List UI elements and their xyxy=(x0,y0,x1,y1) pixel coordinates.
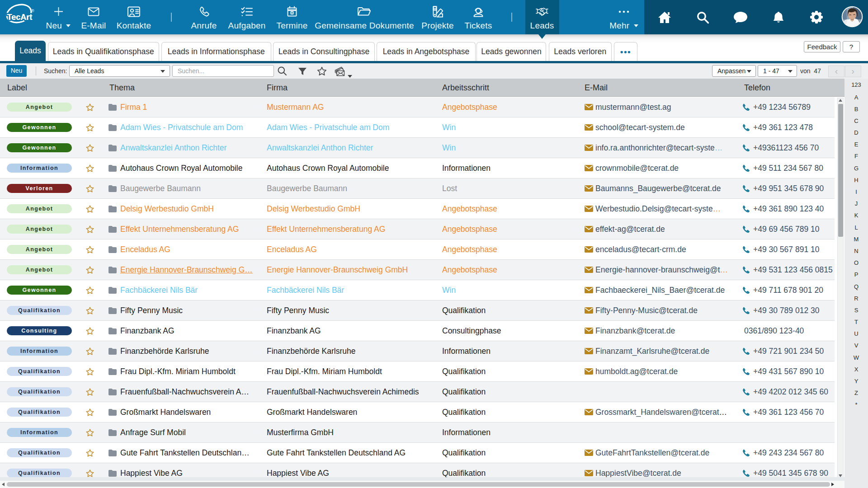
svg-text:TecArt: TecArt xyxy=(7,13,33,22)
svg-text:®: ® xyxy=(31,9,34,13)
